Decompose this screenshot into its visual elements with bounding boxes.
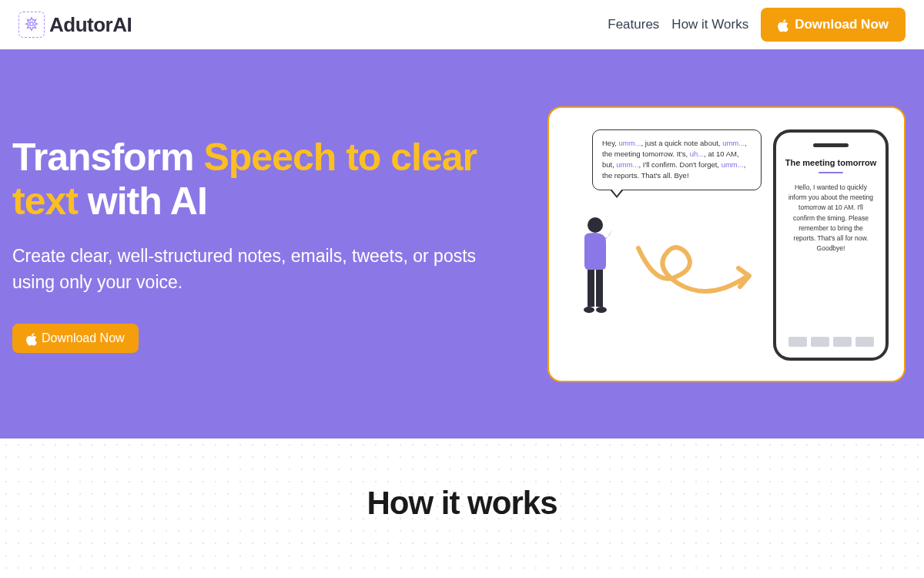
hero-content: Transform Speech to clear text with AI C…	[12, 136, 505, 353]
brand-name: AdutorAI	[49, 13, 132, 37]
brand-logo[interactable]: AdutorAI	[18, 12, 132, 38]
speech-bubble: Hey, umm..., just a quick note about, um…	[592, 129, 762, 190]
phone-action-placeholder	[811, 337, 829, 347]
download-button-header[interactable]: Download Now	[761, 8, 906, 42]
site-header: AdutorAI Features How it Works Download …	[0, 0, 924, 49]
apple-icon	[778, 18, 788, 31]
phone-action-placeholder	[833, 337, 852, 347]
how-it-works-title: How it works	[18, 485, 906, 522]
phone-action-placeholder	[788, 337, 807, 347]
download-button-hero[interactable]: Download Now	[12, 324, 139, 353]
phone-action-row	[784, 337, 878, 347]
download-button-label: Download Now	[795, 17, 889, 32]
how-it-works-section: How it works	[0, 439, 924, 577]
hero-title: Transform Speech to clear text with AI	[12, 136, 505, 224]
phone-divider	[819, 172, 843, 174]
download-button-hero-label: Download Now	[42, 331, 125, 345]
person-icon	[571, 216, 617, 316]
svg-point-1	[588, 217, 603, 233]
phone-note-title: The meeting tomorrow	[784, 158, 878, 167]
phone-note-body: Hello, I wanted to quickly inform you ab…	[784, 183, 878, 337]
svg-rect-2	[588, 270, 594, 307]
phone-mockup: The meeting tomorrow Hello, I wanted to …	[773, 129, 889, 361]
svg-point-4	[584, 307, 594, 313]
nav-how-it-works[interactable]: How it Works	[671, 17, 748, 32]
hero-section: Transform Speech to clear text with AI C…	[0, 49, 924, 439]
nav-features[interactable]: Features	[608, 17, 659, 32]
phone-notch	[813, 143, 849, 147]
apple-icon	[26, 332, 37, 344]
svg-point-0	[30, 22, 34, 26]
hero-illustration: Hey, umm..., just a quick note about, um…	[547, 106, 906, 382]
phone-action-placeholder	[855, 337, 874, 347]
main-nav: Features How it Works Download Now	[608, 8, 906, 42]
svg-point-5	[596, 307, 607, 313]
hero-subtitle: Create clear, well-structured notes, ema…	[12, 243, 505, 296]
svg-rect-3	[596, 270, 603, 307]
logo-icon	[18, 12, 45, 38]
arrow-icon	[632, 239, 755, 308]
